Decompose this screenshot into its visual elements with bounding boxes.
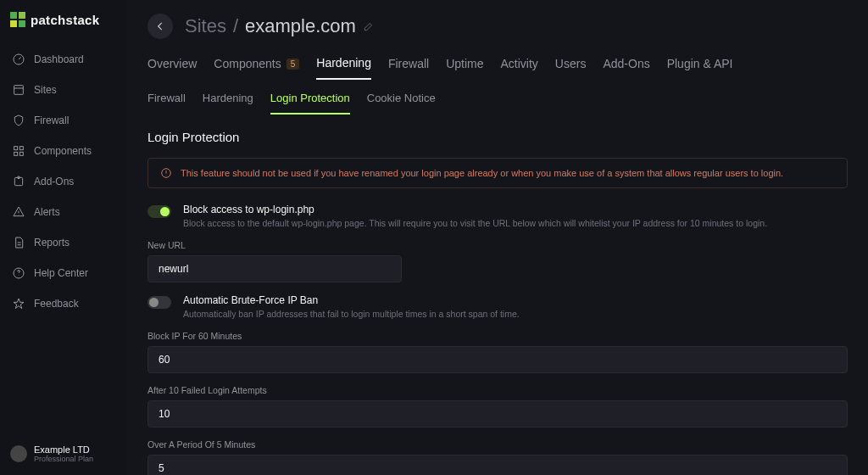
breadcrumb-site: example.com — [245, 15, 356, 37]
sidebar-item-dashboard[interactable]: Dashboard — [0, 44, 127, 75]
sidebar-item-components[interactable]: Components — [0, 136, 127, 166]
breadcrumb: Sites / example.com — [185, 15, 375, 37]
warning-banner: This feature should not be used if you h… — [147, 158, 848, 188]
svg-rect-1 — [14, 86, 24, 95]
account-name: Example LTD — [34, 444, 93, 455]
sidebar-item-reports[interactable]: Reports — [0, 227, 127, 258]
logo-icon — [10, 12, 25, 27]
tab-uptime[interactable]: Uptime — [446, 56, 483, 80]
sidebar-item-label: Components — [34, 145, 92, 157]
bruteforce-desc: Automatically ban IP addresses that fail… — [183, 309, 520, 319]
tabs-sub: Firewall Hardening Login Protection Cook… — [127, 80, 868, 115]
block-login-desc: Block access to the default wp-login.php… — [183, 218, 767, 228]
tab-overview[interactable]: Overview — [147, 56, 197, 80]
main-panel: Sites / example.com Overview Components … — [127, 0, 868, 475]
new-url-input[interactable] — [147, 255, 402, 282]
sidebar-item-label: Firewall — [34, 115, 69, 126]
new-url-label: New URL — [147, 240, 848, 250]
svg-rect-4 — [14, 152, 18, 155]
sidebar-item-label: Feedback — [34, 298, 79, 310]
failed-attempts-input[interactable] — [147, 400, 848, 428]
tab-hardening[interactable]: Hardening — [316, 56, 371, 80]
logo[interactable]: patchstack — [0, 0, 127, 39]
subtab-cookie-notice[interactable]: Cookie Notice — [367, 92, 436, 115]
back-button[interactable] — [147, 14, 173, 39]
sidebar-item-label: Alerts — [34, 206, 60, 218]
sidebar-item-label: Help Center — [34, 267, 88, 279]
subtab-login-protection[interactable]: Login Protection — [270, 92, 350, 115]
components-badge: 5 — [287, 59, 300, 70]
warning-icon — [160, 167, 172, 179]
sidebar-nav: Dashboard Sites Firewall Components Add-… — [0, 39, 127, 324]
avatar — [10, 445, 27, 462]
subtab-firewall[interactable]: Firewall — [147, 92, 186, 115]
warning-text: This feature should not be used if you h… — [181, 168, 783, 178]
sidebar-item-help[interactable]: Help Center — [0, 258, 127, 288]
sidebar-item-label: Dashboard — [34, 53, 84, 65]
page-header: Sites / example.com — [127, 0, 868, 44]
puzzle-icon — [12, 175, 25, 188]
block-login-title: Block access to wp-login.php — [183, 204, 767, 215]
section-title: Login Protection — [147, 130, 848, 144]
sidebar-item-sites[interactable]: Sites — [0, 75, 127, 105]
toggle-block-wp-login[interactable] — [147, 205, 171, 218]
tab-components[interactable]: Components 5 — [214, 56, 299, 80]
tab-plugin-api[interactable]: Plugin & API — [667, 56, 733, 80]
tab-firewall[interactable]: Firewall — [388, 56, 429, 80]
sidebar-item-label: Sites — [34, 84, 57, 96]
breadcrumb-sep: / — [233, 15, 238, 37]
account-switcher[interactable]: Example LTD Professional Plan — [0, 433, 127, 475]
tab-users[interactable]: Users — [555, 56, 587, 80]
grid-icon — [12, 144, 25, 158]
period-label: Over A Period Of 5 Minutes — [147, 439, 848, 450]
block-minutes-input[interactable] — [147, 346, 848, 373]
edit-icon[interactable] — [363, 20, 375, 32]
star-icon — [12, 297, 25, 310]
account-plan: Professional Plan — [34, 455, 93, 463]
sidebar-item-label: Add-Ons — [34, 176, 74, 187]
tab-activity[interactable]: Activity — [501, 56, 538, 80]
sidebar-item-alerts[interactable]: Alerts — [0, 197, 127, 227]
svg-rect-5 — [19, 152, 23, 155]
breadcrumb-root[interactable]: Sites — [185, 15, 226, 37]
gauge-icon — [12, 53, 25, 66]
shield-icon — [12, 114, 25, 127]
sidebar: patchstack Dashboard Sites Firewall Comp… — [0, 0, 127, 475]
failed-attempts-label: After 10 Failed Login Attempts — [147, 385, 848, 395]
period-input[interactable] — [147, 455, 848, 475]
sidebar-item-label: Reports — [34, 237, 70, 249]
alert-icon — [12, 205, 25, 219]
brand-name: patchstack — [31, 13, 99, 27]
subtab-hardening[interactable]: Hardening — [203, 92, 253, 115]
toggle-bruteforce-ban[interactable] — [147, 296, 171, 309]
file-icon — [12, 236, 25, 249]
sidebar-item-addons[interactable]: Add-Ons — [0, 166, 127, 197]
tab-addons[interactable]: Add-Ons — [603, 56, 649, 80]
help-icon — [12, 266, 25, 280]
sidebar-item-feedback[interactable]: Feedback — [0, 288, 127, 319]
svg-rect-2 — [14, 147, 18, 150]
layout-icon — [12, 83, 25, 97]
svg-rect-3 — [19, 147, 23, 150]
bruteforce-title: Automatic Brute-Force IP Ban — [183, 294, 520, 306]
tabs-main: Overview Components 5 Hardening Firewall… — [127, 44, 868, 80]
sidebar-item-firewall[interactable]: Firewall — [0, 105, 127, 136]
block-minutes-label: Block IP For 60 Minutes — [147, 331, 848, 341]
